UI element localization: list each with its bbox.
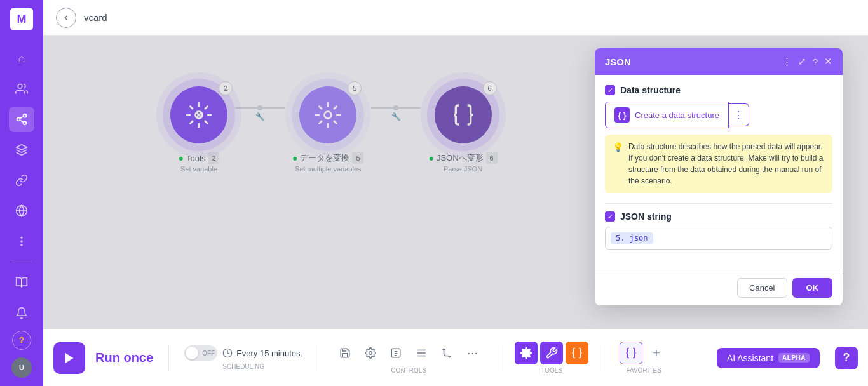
svg-point-1 xyxy=(24,114,27,117)
add-favorite-icon[interactable]: + xyxy=(645,342,668,364)
scheduling-section: OFF Every 15 minutes. SCHEDULING xyxy=(184,345,302,370)
modal-footer: Cancel OK xyxy=(595,270,843,305)
hint-icon: 💡 xyxy=(613,141,623,187)
sidebar-divider xyxy=(12,262,31,262)
svg-line-4 xyxy=(20,120,24,122)
settings-control-icon[interactable] xyxy=(359,342,382,364)
ds-icon: { } xyxy=(614,107,630,123)
scheduling-toggle[interactable]: OFF xyxy=(184,345,217,361)
topbar: vcard xyxy=(43,0,868,36)
json-string-title: JSON string xyxy=(620,211,672,222)
data-structure-title: Data structure xyxy=(620,85,681,95)
sidebar-item-home[interactable]: ⌂ xyxy=(9,46,34,71)
run-once-button[interactable] xyxy=(53,342,85,374)
auto-align-icon[interactable] xyxy=(410,342,433,364)
canvas-area[interactable]: 2 ● Tools 2 xyxy=(43,36,868,329)
tools-icons xyxy=(515,342,588,364)
json-string-section: ✓ JSON string 5. json xyxy=(605,211,832,250)
sidebar-item-docs[interactable] xyxy=(9,270,34,295)
run-once-label: Run once xyxy=(95,350,153,365)
svg-line-5 xyxy=(20,116,24,118)
modal-body: ✓ Data structure { } Create a data struc… xyxy=(595,75,843,270)
json-value-tag: 5. json xyxy=(611,232,653,244)
favorites-json-icon[interactable] xyxy=(620,342,642,364)
toggle-off-text: OFF xyxy=(202,350,215,357)
create-data-structure-button[interactable]: { } Create a data structure xyxy=(605,102,729,128)
controls-label: CONTROLS xyxy=(391,367,426,374)
notes-control-icon[interactable] xyxy=(384,342,407,364)
favorites-label: FAVORITES xyxy=(626,367,661,374)
create-ds-more-button[interactable]: ⋮ xyxy=(729,103,749,126)
modal-more-icon[interactable]: ⋮ xyxy=(782,56,792,67)
separator-1 xyxy=(168,345,169,371)
modal-divider xyxy=(605,203,832,204)
modal-header-icons: ⋮ ⤢ ? ✕ xyxy=(782,56,832,67)
separator-4 xyxy=(604,345,604,371)
separator-2 xyxy=(318,345,318,371)
sidebar-item-links[interactable] xyxy=(9,168,34,193)
tools-wrench-icon[interactable] xyxy=(540,342,563,364)
data-structure-header: ✓ Data structure xyxy=(605,85,832,95)
tools-label: TOOLS xyxy=(541,367,562,374)
back-button[interactable] xyxy=(56,8,76,28)
data-structure-checkbox[interactable]: ✓ xyxy=(605,85,615,95)
sidebar: M ⌂ ? U xyxy=(0,0,43,386)
svg-point-3 xyxy=(24,121,27,124)
svg-point-8 xyxy=(21,241,22,242)
modal-expand-icon[interactable]: ⤢ xyxy=(798,56,806,67)
sidebar-item-team[interactable] xyxy=(9,76,34,102)
sidebar-item-share[interactable] xyxy=(9,107,34,132)
svg-marker-13 xyxy=(65,352,74,363)
svg-point-10 xyxy=(21,244,22,246)
bottom-bar: Run once OFF Every 15 minutes. SCHEDULIN… xyxy=(43,329,868,386)
cancel-button[interactable]: Cancel xyxy=(737,278,787,298)
svg-point-0 xyxy=(18,84,22,89)
svg-point-9 xyxy=(21,237,22,238)
modal-overlay: JSON ⋮ ⤢ ? ✕ ✓ Data structure xyxy=(43,36,868,329)
ai-assistant-button[interactable]: AI Assistant ALPHA xyxy=(717,348,820,368)
sidebar-item-help[interactable]: ? xyxy=(12,331,31,350)
json-string-input[interactable]: 5. json xyxy=(605,227,832,250)
app-logo[interactable]: M xyxy=(10,8,33,30)
svg-point-15 xyxy=(369,352,372,355)
separator-3 xyxy=(499,345,499,371)
sidebar-item-plugins[interactable] xyxy=(9,137,34,163)
schedule-info[interactable]: Every 15 minutes. xyxy=(222,348,302,358)
route-icon[interactable] xyxy=(435,342,458,364)
modal-title: JSON xyxy=(605,57,631,67)
user-avatar[interactable]: U xyxy=(11,357,32,378)
main-content: vcard 2 xyxy=(43,0,868,386)
toggle-knob xyxy=(186,347,198,359)
controls-section: ⋯ CONTROLS xyxy=(334,342,484,374)
controls-icons: ⋯ xyxy=(334,342,484,364)
favorites-icons: + xyxy=(620,342,668,364)
tools-json-icon[interactable] xyxy=(566,342,588,364)
create-data-structure-row: { } Create a data structure ⋮ xyxy=(605,102,832,128)
sidebar-item-globe[interactable] xyxy=(9,198,34,223)
page-title: vcard xyxy=(84,12,107,23)
favorites-section: + FAVORITES xyxy=(620,342,668,374)
modal-help-icon[interactable]: ? xyxy=(813,57,818,67)
sidebar-item-more[interactable] xyxy=(9,229,34,254)
ok-button[interactable]: OK xyxy=(792,278,833,298)
modal-close-icon[interactable]: ✕ xyxy=(824,56,832,67)
save-control-icon[interactable] xyxy=(334,342,356,364)
json-modal: JSON ⋮ ⤢ ? ✕ ✓ Data structure xyxy=(595,48,843,305)
alpha-badge: ALPHA xyxy=(778,353,810,363)
more-controls-icon[interactable]: ⋯ xyxy=(461,342,484,364)
data-structure-hint: 💡 Data structure describes how the parse… xyxy=(605,135,832,193)
json-string-checkbox[interactable]: ✓ xyxy=(605,211,615,222)
modal-header: JSON ⋮ ⤢ ? ✕ xyxy=(595,48,843,75)
data-structure-section: ✓ Data structure { } Create a data struc… xyxy=(605,85,832,193)
svg-point-2 xyxy=(17,118,20,121)
json-string-field-label: ✓ JSON string xyxy=(605,211,832,222)
tools-section: TOOLS xyxy=(515,342,588,374)
tools-gear-icon[interactable] xyxy=(515,342,538,364)
help-button[interactable]: ? xyxy=(835,347,858,369)
sidebar-item-notifications[interactable] xyxy=(9,300,34,326)
scheduling-label: SCHEDULING xyxy=(222,363,264,370)
